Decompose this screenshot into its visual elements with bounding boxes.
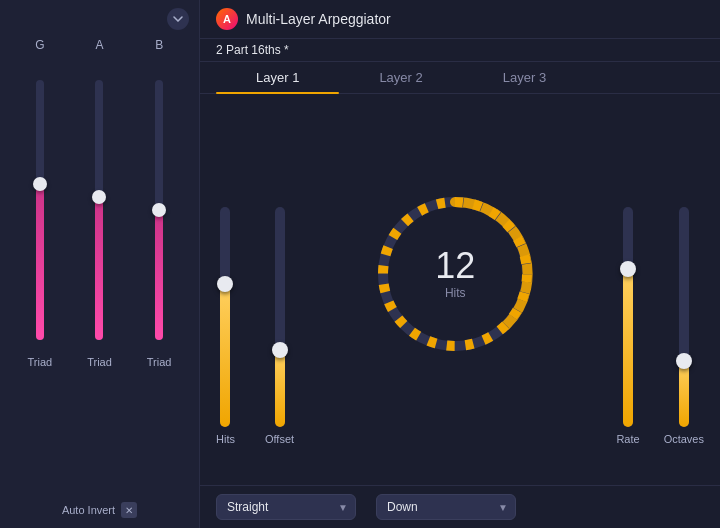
mode-dropdown-container: Straight Triplet Dotted ▼ — [216, 494, 356, 520]
left-sliders-area: Triad Triad Triad — [0, 60, 199, 380]
mode-dropdown-wrap: Straight Triplet Dotted ▼ — [216, 494, 356, 520]
hits-slider-track[interactable] — [220, 207, 230, 427]
rate-slider-fill — [623, 269, 633, 427]
dial-value: 12 — [435, 248, 475, 284]
rate-slider-label: Rate — [616, 433, 639, 445]
layer-tabs: Layer 1 Layer 2 Layer 3 — [200, 62, 720, 94]
left-panel-top — [0, 0, 199, 38]
octaves-slider-fill — [679, 361, 689, 427]
offset-slider-track[interactable] — [275, 207, 285, 427]
tab-layer3[interactable]: Layer 3 — [463, 62, 586, 93]
col-label-g: G — [15, 38, 65, 52]
circular-dial[interactable]: 12 Hits — [365, 184, 545, 364]
slider-label-a: Triad — [87, 356, 112, 368]
slider-track-a[interactable] — [95, 80, 103, 340]
slider-thumb-b[interactable] — [152, 203, 166, 217]
slider-fill-a — [95, 197, 103, 340]
direction-dropdown[interactable]: Up Down Up-Down Random — [376, 494, 516, 520]
octaves-slider-label: Octaves — [664, 433, 704, 445]
mode-dropdown[interactable]: Straight Triplet Dotted — [216, 494, 356, 520]
slider-label-b: Triad — [147, 356, 172, 368]
slider-label-g: Triad — [28, 356, 53, 368]
offset-slider-fill — [275, 350, 285, 427]
left-vert-sliders: Hits Offset — [216, 102, 294, 485]
plugin-title: Multi-Layer Arpeggiator — [246, 11, 391, 27]
slider-thumb-g[interactable] — [33, 177, 47, 191]
hits-slider-wrap: Hits — [216, 207, 235, 445]
offset-slider-label: Offset — [265, 433, 294, 445]
slider-track-b[interactable] — [155, 80, 163, 340]
collapse-button[interactable] — [167, 8, 189, 30]
direction-dropdown-wrap: Up Down Up-Down Random ▼ — [376, 494, 516, 520]
slider-col-b: Triad — [134, 80, 184, 380]
slider-col-a: Triad — [74, 80, 124, 380]
slider-fill-g — [36, 184, 44, 340]
column-labels: G A B — [0, 38, 199, 52]
hits-slider-thumb[interactable] — [217, 276, 233, 292]
octaves-slider-wrap: Octaves — [664, 207, 704, 445]
slider-fill-b — [155, 210, 163, 340]
direction-dropdown-container: Up Down Up-Down Random ▼ — [376, 494, 516, 520]
col-label-b: B — [134, 38, 184, 52]
slider-thumb-a[interactable] — [92, 190, 106, 204]
preset-name[interactable]: 2 Part 16ths * — [200, 39, 720, 62]
right-vert-sliders: Rate Octaves — [616, 102, 704, 485]
col-label-a: A — [74, 38, 124, 52]
dial-center: 12 Hits — [435, 248, 475, 300]
bottom-controls: Straight Triplet Dotted ▼ Up Down Up-Dow… — [200, 485, 720, 528]
rate-slider-track[interactable] — [623, 207, 633, 427]
slider-col-g: Triad — [15, 80, 65, 380]
auto-invert-bar: Auto Invert ✕ — [0, 502, 199, 518]
left-panel: G A B Triad Triad Triad — [0, 0, 200, 528]
hits-slider-fill — [220, 284, 230, 427]
offset-slider-thumb[interactable] — [272, 342, 288, 358]
dial-unit: Hits — [435, 286, 475, 300]
auto-invert-label: Auto Invert — [62, 504, 115, 516]
hits-slider-label: Hits — [216, 433, 235, 445]
dial-container: 12 Hits — [314, 102, 596, 485]
auto-invert-close[interactable]: ✕ — [121, 502, 137, 518]
offset-slider-wrap: Offset — [265, 207, 294, 445]
main-content: Hits Offset — [200, 102, 720, 485]
slider-track-g[interactable] — [36, 80, 44, 340]
rate-slider-wrap: Rate — [616, 207, 639, 445]
plugin-header: A Multi-Layer Arpeggiator — [200, 0, 720, 39]
rate-slider-thumb[interactable] — [620, 261, 636, 277]
tab-layer2[interactable]: Layer 2 — [339, 62, 462, 93]
plugin-icon: A — [216, 8, 238, 30]
tab-layer1[interactable]: Layer 1 — [216, 62, 339, 93]
octaves-slider-track[interactable] — [679, 207, 689, 427]
right-panel: A Multi-Layer Arpeggiator 2 Part 16ths *… — [200, 0, 720, 528]
octaves-slider-thumb[interactable] — [676, 353, 692, 369]
